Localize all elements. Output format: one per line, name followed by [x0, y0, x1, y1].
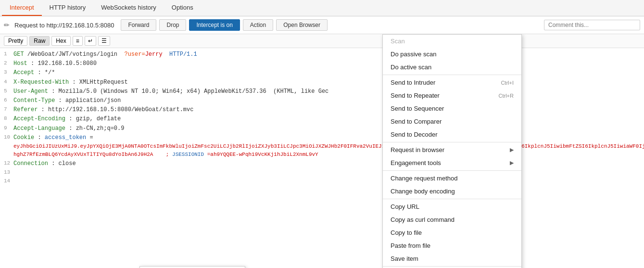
menu-do-active-scan[interactable]: Do active scan [383, 61, 521, 74]
wrap-icon[interactable]: ↵ [85, 36, 96, 46]
context-menu: Scan Do passive scan Do active scan Send… [382, 34, 522, 268]
menu-divider-4 [383, 199, 521, 199]
line-11a: eyJhbGciOiJIUzUxMiJ9.eyJpYXQiOjE3MjA0NTA… [4, 142, 644, 151]
menu-send-intruder[interactable]: Send to Intruder Ctrl+I [383, 76, 521, 89]
line-13: 13 [4, 168, 644, 177]
menu-send-decoder[interactable]: Send to Decoder [383, 128, 521, 141]
menu-engagement-tools[interactable]: Engagement tools ▶ [383, 156, 521, 169]
hex-button[interactable]: Hex [51, 36, 70, 46]
line-14: 14 [4, 177, 644, 186]
line-5: 5 User-Agent : Mozilla/5.0 (Windows NT 1… [4, 87, 644, 96]
left-panel: Pretty Raw Hex ≡ ↵ ☰ 1 GET /WebGoat/JWT/… [0, 34, 644, 268]
line-4: 4 X-Requested-With : XMLHttpRequest [4, 78, 644, 87]
tab-http-history[interactable]: HTTP history [42, 0, 94, 16]
line-1: 1 GET /WebGoat/JWT/votings/login ?user=J… [4, 50, 644, 59]
tab-bar: Intercept HTTP history WebSockets histor… [0, 0, 644, 16]
line-12: 12 Connection : close [4, 159, 644, 168]
forward-button[interactable]: Forward [121, 19, 156, 31]
line-10: 10 Cookie : access_token = [4, 133, 644, 142]
request-editor[interactable]: 1 GET /WebGoat/JWT/votings/login ?user=J… [0, 48, 644, 268]
menu-change-request-method[interactable]: Change request method [383, 172, 521, 185]
format-bar: Pretty Raw Hex ≡ ↵ ☰ [0, 34, 644, 48]
menu-send-repeater[interactable]: Send to Repeater Ctrl+R [383, 89, 521, 102]
menu-divider-2 [383, 142, 521, 142]
menu-paste-from-file[interactable]: Paste from file [383, 239, 521, 252]
arrow-icon: ▶ [510, 147, 514, 153]
toolbar: ✏ Request to http://192.168.10.5:8080 Fo… [0, 16, 644, 34]
line-11b: hghZ7RfEzmBLQ6YcdAyXVUxTlTIYQu8dYoIbAn6J… [4, 151, 644, 159]
menu-copy-to-file[interactable]: Copy to file [383, 226, 521, 239]
line-3: 3 Accept : */* [4, 68, 644, 77]
arrow-icon: ▶ [510, 160, 514, 166]
comment-input[interactable] [544, 20, 640, 30]
tab-options[interactable]: Options [164, 0, 201, 16]
line-2: 2 Host : 192.168.10.5:8080 [4, 59, 644, 68]
menu-copy-curl[interactable]: Copy as curl command [383, 213, 521, 226]
menu-copy-url[interactable]: Copy URL [383, 200, 521, 213]
action-button[interactable]: Action [243, 19, 273, 31]
menu-change-body-encoding[interactable]: Change body encoding [383, 185, 521, 198]
tab-intercept[interactable]: Intercept [2, 0, 42, 16]
open-browser-button[interactable]: Open Browser [276, 19, 328, 31]
menu-send-comparer[interactable]: Send to Comparer [383, 115, 521, 128]
menu-scan: Scan [383, 35, 521, 48]
menu-divider-3 [383, 170, 521, 171]
edit-icon: ✏ [4, 21, 10, 29]
request-label: Request to http://192.168.10.5:8080 [14, 22, 114, 29]
intercept-button[interactable]: Intercept is on [189, 19, 240, 31]
menu-save-item[interactable]: Save item [383, 252, 521, 265]
raw-button[interactable]: Raw [29, 36, 50, 46]
submenu-do-intercept: Response to this request [139, 266, 245, 268]
menu-do-passive-scan[interactable]: Do passive scan [383, 48, 521, 61]
line-7: 7 Referer : http://192.168.10.5:8080/Web… [4, 105, 644, 115]
tab-websockets-history[interactable]: WebSockets history [93, 0, 164, 16]
drop-button[interactable]: Drop [159, 19, 186, 31]
menu-request-in-browser[interactable]: Request in browser ▶ [383, 143, 521, 156]
menu-divider-1 [383, 75, 521, 75]
line-9: 9 Accept-Language : zh-CN,zh;q=0.9 [4, 124, 644, 133]
format-icon[interactable]: ≡ [73, 36, 83, 46]
menu-divider-5 [383, 266, 521, 267]
pretty-button[interactable]: Pretty [4, 36, 27, 46]
line-8: 8 Accept-Encoding : gzip, deflate [4, 115, 644, 124]
line-6: 6 Content-Type : application/json [4, 96, 644, 105]
menu-send-sequencer[interactable]: Send to Sequencer [383, 102, 521, 115]
menu-icon[interactable]: ☰ [98, 36, 110, 46]
